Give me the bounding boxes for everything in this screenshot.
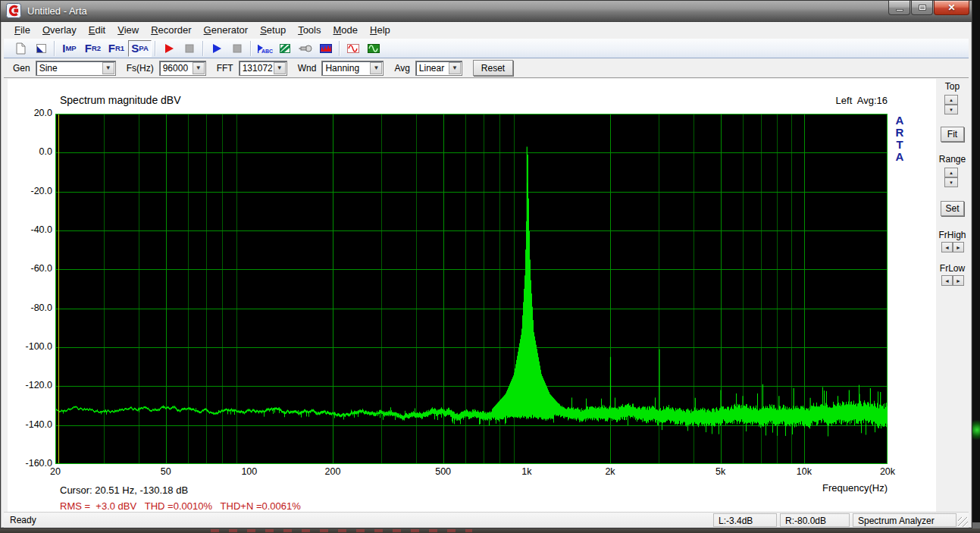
chart-panel: Spectrum magnitude dBV Left Avg:16 ARTA … — [4, 78, 969, 512]
toolbar-separator — [155, 41, 155, 56]
arta-watermark: ARTA — [893, 114, 906, 163]
screen: Untitled - Arta ✕ FileOverlayEditViewRec… — [0, 0, 980, 533]
menu-file[interactable]: File — [8, 23, 36, 38]
y-tick--100.0: -100.0 — [8, 341, 52, 352]
controls-bar: Gen Sine ▼ Fs(Hz) 96000 ▼ FFT 131072 ▼ W… — [4, 58, 969, 78]
play-start-button[interactable] — [206, 40, 227, 57]
svg-text:ABC: ABC — [261, 49, 273, 54]
range-down-button[interactable]: ▼ — [944, 177, 958, 187]
set-button[interactable]: Set — [941, 201, 964, 216]
fit-button[interactable]: Fit — [941, 127, 964, 142]
x-tick-20k: 20k — [871, 466, 904, 477]
x-tick-2k: 2k — [593, 466, 627, 477]
x-tick-10k: 10k — [787, 466, 821, 477]
record-stop-button[interactable] — [179, 40, 199, 57]
background-red-smudge — [211, 529, 472, 532]
signal-generator-button[interactable] — [343, 40, 363, 57]
status-panels: L:-3.4dB R:-80.0dB Spectrum Analyzer — [713, 513, 957, 527]
play-stop-button[interactable] — [227, 40, 247, 57]
averaging-select[interactable]: Linear ▼ — [415, 61, 462, 76]
fft-size-select[interactable]: 131072 ▼ — [239, 61, 287, 76]
background-strip-right — [972, 0, 980, 533]
x-tick-100: 100 — [233, 466, 266, 477]
status-left-level: L:-3.4dB — [713, 513, 777, 527]
menu-recorder[interactable]: Recorder — [145, 23, 197, 38]
chevron-down-icon[interactable]: ▼ — [370, 62, 382, 74]
frhigh-label: FrHigh — [936, 230, 969, 240]
background-green-glow — [972, 417, 980, 443]
app-icon[interactable] — [6, 3, 21, 18]
maximize-icon — [919, 5, 926, 11]
toolbar-separator — [202, 41, 203, 56]
menu-edit[interactable]: Edit — [83, 23, 111, 38]
new-file-button[interactable] — [10, 40, 30, 57]
fr1-mode-button[interactable]: FR1 — [105, 40, 128, 57]
imp-mode-button[interactable]: IMP — [58, 40, 81, 57]
y-tick--80.0: -80.0 — [8, 303, 52, 313]
spectrum-plot[interactable] — [55, 114, 888, 464]
chevron-down-icon[interactable]: ▼ — [102, 62, 114, 74]
window-value: Hanning — [325, 63, 359, 74]
x-tick-5k: 5k — [704, 466, 737, 477]
status-ready: Ready — [10, 515, 36, 525]
top-spinner: ▲ ▼ — [944, 95, 958, 114]
app-window: Untitled - Arta ✕ FileOverlayEditViewRec… — [0, 0, 972, 528]
resize-grip[interactable] — [958, 517, 968, 527]
range-spinner: ▲ ▼ — [944, 168, 958, 187]
top-up-button[interactable]: ▲ — [944, 95, 958, 105]
y-tick--60.0: -60.0 — [8, 263, 52, 274]
minimize-icon — [896, 9, 903, 11]
chevron-down-icon[interactable]: ▼ — [449, 62, 461, 74]
overlay-tool-button[interactable] — [30, 40, 51, 57]
samplerate-value: 96000 — [163, 63, 188, 74]
cursor-readout: Cursor: 20.51 Hz, -130.18 dB — [60, 484, 188, 496]
status-mode: Spectrum Analyzer — [853, 513, 957, 527]
minimize-button[interactable] — [888, 1, 910, 15]
menu-generator[interactable]: Generator — [198, 23, 255, 38]
time-record-button[interactable] — [315, 40, 336, 57]
generator-setup-button[interactable] — [363, 40, 384, 57]
close-icon: ✕ — [947, 2, 955, 13]
octave-analysis-button[interactable] — [274, 40, 295, 57]
range-label: Range — [936, 154, 969, 165]
x-tick-500: 500 — [427, 466, 460, 477]
frhigh-right-button[interactable]: ► — [953, 242, 964, 252]
toolbar-separator — [250, 41, 251, 56]
menu-mode[interactable]: Mode — [327, 23, 365, 38]
background-strip-bottom — [0, 528, 980, 533]
status-bar: Ready L:-3.4dB R:-80.0dB Spectrum Analyz… — [4, 512, 969, 528]
close-button[interactable]: ✕ — [934, 1, 969, 15]
fr2-mode-button[interactable]: FR2 — [81, 40, 105, 57]
title-bar: Untitled - Arta ✕ — [1, 1, 972, 22]
fs-label: Fs(Hz) — [127, 63, 154, 74]
status-right-level: R:-80.0dB — [780, 513, 850, 527]
window-select[interactable]: Hanning ▼ — [321, 61, 384, 76]
spa-mode-button[interactable]: SPA — [128, 40, 152, 57]
chevron-down-icon[interactable]: ▼ — [274, 62, 286, 74]
frhigh-left-button[interactable]: ◄ — [941, 242, 953, 252]
menu-help[interactable]: Help — [364, 23, 396, 38]
top-down-button[interactable]: ▼ — [944, 105, 958, 114]
avg-label: Avg — [394, 63, 409, 74]
generator-select[interactable]: Sine ▼ — [36, 61, 116, 76]
fft-size-value: 131072 — [243, 63, 273, 74]
frlow-left-button[interactable]: ◄ — [941, 275, 953, 286]
frlow-right-button[interactable]: ► — [953, 275, 964, 286]
reset-button[interactable]: Reset — [473, 60, 513, 76]
record-start-button[interactable] — [158, 40, 179, 57]
menu-setup[interactable]: Setup — [254, 23, 292, 38]
generator-value: Sine — [39, 63, 58, 74]
maximize-button[interactable] — [911, 1, 933, 15]
x-tick-50: 50 — [149, 466, 183, 477]
calibrate-abc-button[interactable]: ABC — [254, 40, 274, 57]
wnd-label: Wnd — [298, 63, 317, 74]
samplerate-select[interactable]: 96000 ▼ — [159, 61, 206, 76]
microphone-setup-button[interactable] — [295, 40, 315, 57]
menu-overlay[interactable]: Overlay — [36, 23, 83, 38]
range-up-button[interactable]: ▲ — [944, 168, 958, 177]
channel-info: Left Avg:16 — [836, 95, 888, 106]
menu-view[interactable]: View — [111, 23, 145, 38]
menu-tools[interactable]: Tools — [292, 23, 327, 38]
y-tick--20.0: -20.0 — [8, 186, 52, 196]
chevron-down-icon[interactable]: ▼ — [193, 62, 205, 74]
